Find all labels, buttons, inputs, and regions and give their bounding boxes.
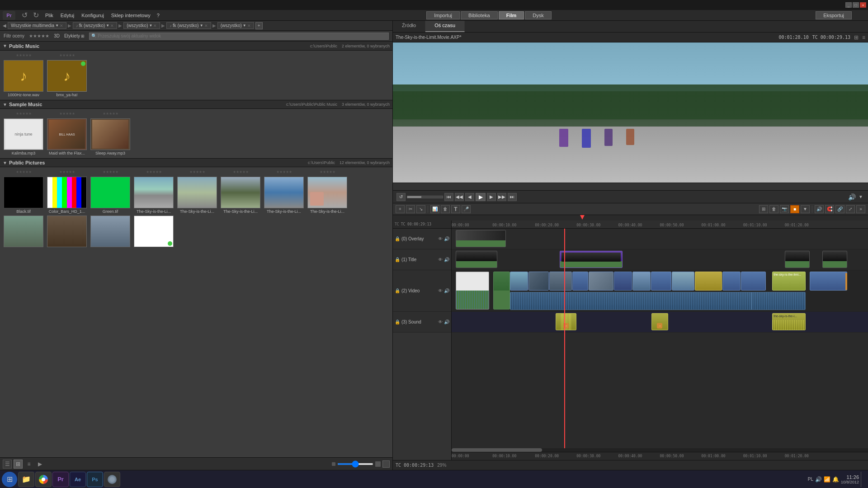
media-item-maid[interactable]: BILL HAAS Maid with the Flax... (46, 118, 88, 155)
view-toggle[interactable] (382, 460, 390, 468)
track-eye-title[interactable]: 👁 (438, 257, 443, 262)
clip-sound-3[interactable]: the-sky-is-the-l... (772, 313, 806, 330)
clip-sound-1[interactable]: → (556, 313, 576, 330)
eksportuj-btn[interactable]: Eksportuj (816, 11, 852, 19)
tl-add-track-btn[interactable]: + (396, 205, 405, 213)
section-toggle-pics[interactable]: ▼ (3, 160, 7, 165)
track-eye-sound[interactable]: 👁 (438, 319, 443, 324)
maximize-btn[interactable]: □ (853, 2, 859, 8)
track-lock-sound[interactable]: 🔒 (395, 319, 400, 324)
media-item-sky1[interactable]: The-Sky-is-the-Li... (133, 177, 175, 214)
menu-help[interactable]: ? (154, 12, 162, 19)
track-audio-title[interactable]: 🔊 (444, 257, 449, 262)
undo-btn[interactable]: ↺ (19, 10, 30, 20)
bc-item3[interactable]: ♪ fk (wszystko) ▼ ✕ (166, 22, 211, 29)
taskbar-premiere[interactable]: Pr (52, 472, 69, 487)
media-item-sky3[interactable]: The-Sky-is-the-Li... (220, 177, 261, 214)
pb-step-fwd-btn[interactable]: ▶ (487, 193, 496, 201)
tl-snap-btn[interactable]: 🧲 (825, 205, 834, 213)
pb-vol-btn[interactable]: 🔊 (848, 193, 856, 201)
biblioteka-btn[interactable]: Biblioteka (461, 11, 498, 19)
track-eye-video[interactable]: 👁 (438, 288, 443, 293)
menu-plik[interactable]: Plik (42, 12, 57, 19)
media-item-kalimba[interactable]: ninja tune Kalimba.mp3 (3, 118, 44, 155)
menu-konfiguruj[interactable]: Konfiguruj (78, 12, 108, 19)
track-title[interactable] (452, 249, 868, 270)
tl-text-btn[interactable]: T (451, 205, 460, 213)
media-item-bmx[interactable]: ♪ bmx_ya-ha! (46, 60, 88, 97)
taskbar-chrome[interactable] (35, 472, 52, 487)
track-lock-overlay[interactable]: 🔒 (395, 236, 400, 241)
track-audio-sound[interactable]: 🔊 (444, 319, 449, 324)
section-toggle-sample[interactable]: ▼ (3, 102, 7, 107)
bc-item2[interactable]: (wszystko) ▼ ✕ (123, 22, 160, 29)
media-item-sky2[interactable]: The-Sky-is-the-Li... (176, 177, 218, 214)
clip-title-4[interactable] (822, 251, 847, 268)
section-toggle-music[interactable]: ▼ (3, 43, 7, 48)
tl-audio-btn[interactable]: 🔊 (815, 205, 824, 213)
taskbar-ps[interactable]: Ps (87, 472, 103, 487)
network-icon[interactable]: 📶 (824, 476, 830, 483)
clip-title-2[interactable] (560, 251, 622, 268)
taskbar-explorer[interactable]: 📁 (18, 472, 34, 487)
filter-etykiety[interactable]: Etykiety ⊞ (64, 33, 85, 38)
search-input[interactable] (98, 33, 387, 38)
pb-step-back-btn[interactable]: ◀ (465, 193, 474, 201)
minimize-btn[interactable]: _ (845, 2, 852, 8)
taskbar-app6[interactable] (104, 472, 120, 487)
tl-razor-btn[interactable]: ✂ (406, 205, 415, 213)
taskbar-ae[interactable]: Ae (70, 472, 86, 487)
tl-mic-btn[interactable]: 🎤 (462, 205, 471, 213)
tl-more-btn[interactable]: ▼ (801, 205, 810, 213)
tl-trash-btn[interactable]: 🗑 (769, 205, 778, 213)
media-item-extra3[interactable] (90, 216, 131, 247)
start-btn[interactable]: ⊞ (2, 472, 17, 487)
media-item-extra2[interactable] (46, 216, 88, 247)
bc-add[interactable]: + (255, 22, 263, 29)
timeline-scrollbar[interactable] (452, 448, 542, 452)
track-audio-video[interactable]: 🔊 (444, 288, 449, 293)
pb-loop-btn[interactable]: ↺ (396, 193, 406, 201)
track-video[interactable]: the-sky-is-the-limi... (452, 270, 868, 312)
media-item-sleep[interactable]: Sleep Away.mp3 (90, 118, 131, 155)
view-grid-btn[interactable]: ⊞ (14, 460, 23, 469)
pb-progress-bar[interactable] (407, 196, 443, 198)
dysk-btn[interactable]: Dysk (525, 11, 551, 19)
track-eye-overlay[interactable]: 👁 (438, 236, 443, 241)
pb-prev-btn[interactable]: ◀◀ (455, 193, 464, 201)
media-item-sky5[interactable]: The-Sky-is-the-Li... (307, 177, 348, 214)
timeline-ruler[interactable]: 00:00:00 00:00:10.00 00:00:20.00 00:00:3… (452, 221, 868, 229)
tab-source[interactable]: Źródło (393, 21, 425, 32)
clip-overlay-1[interactable] (456, 230, 506, 247)
menu-sklep[interactable]: Sklep internetowy (108, 12, 154, 19)
pb-vol-down-btn[interactable]: ▼ (857, 193, 864, 201)
tl-more2-btn[interactable]: » (856, 205, 865, 213)
menu-edytuj[interactable]: Edytuj (57, 12, 78, 19)
media-item-black[interactable]: Black.tif (3, 177, 44, 214)
redo-btn[interactable]: ↻ (30, 10, 42, 20)
tl-expand-btn[interactable]: ⤢ (846, 205, 855, 213)
tl-del-btn[interactable]: 🗑 (441, 205, 450, 213)
importuj-btn[interactable]: Importuj (426, 11, 460, 19)
tl-arrow-btn[interactable]: ↘ (416, 205, 425, 213)
pb-end-btn[interactable]: ⏭ (508, 193, 517, 201)
track-lock-video[interactable]: 🔒 (395, 288, 400, 293)
zoom-slider[interactable] (337, 463, 373, 465)
pb-play-btn[interactable]: ▶ (476, 193, 486, 201)
film-btn[interactable]: Film (499, 11, 524, 19)
preview-expand-btn[interactable]: ⊞ (854, 34, 859, 41)
preview-options-btn[interactable]: ≡ (862, 34, 865, 41)
media-item-extra1[interactable] (3, 216, 44, 247)
view-list-btn[interactable]: ☰ (3, 460, 12, 469)
clip-title-3[interactable] (785, 251, 810, 268)
track-audio-overlay[interactable]: 🔊 (444, 236, 449, 241)
pb-start-btn[interactable]: ⏮ (444, 193, 453, 201)
tl-color-btn[interactable]: ■ (790, 205, 799, 213)
media-item-colorbars[interactable]: Color_Bars_HD_1... (46, 177, 88, 214)
clip-sound-2[interactable]: → (651, 313, 668, 330)
bc-all-media[interactable]: Wszystkie multimedia ▼ ✕ (8, 22, 66, 29)
media-item-green[interactable]: Green.tif (90, 177, 131, 214)
media-item-1000hz[interactable]: ♪ 1000Hz-tone.wav (3, 60, 44, 97)
track-overlay[interactable] (452, 229, 868, 249)
pb-next-btn[interactable]: ▶▶ (497, 193, 506, 201)
